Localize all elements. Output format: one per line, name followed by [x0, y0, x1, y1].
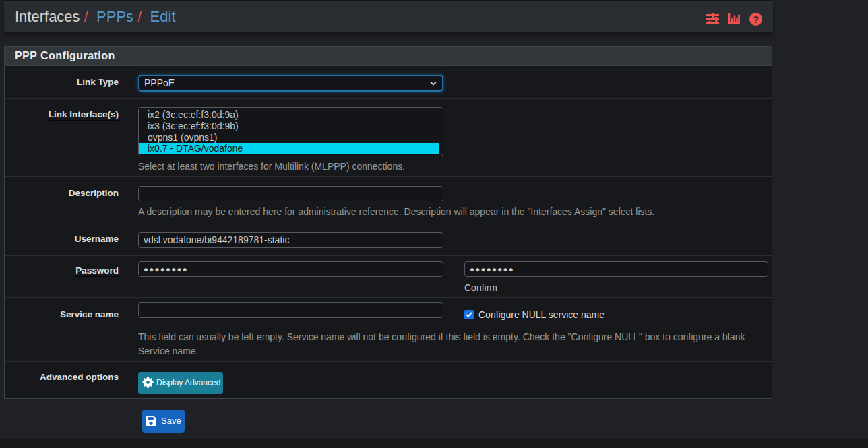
svg-text:?: ?: [753, 14, 759, 25]
